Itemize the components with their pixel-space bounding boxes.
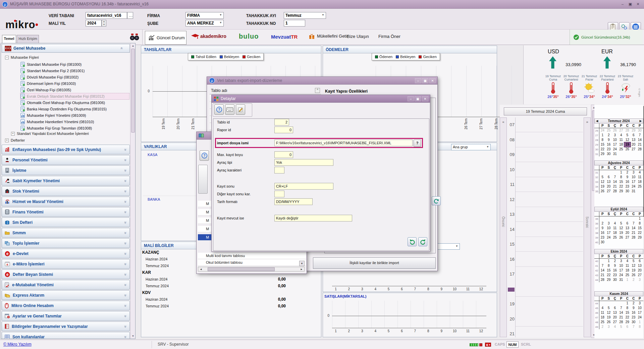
calendar-day[interactable]: 11 bbox=[637, 175, 643, 180]
calendar-day[interactable]: 25 bbox=[606, 128, 612, 133]
calendar-day[interactable]: 27 bbox=[637, 273, 643, 278]
tree-item-excel[interactable]: + Standart Yapıdaki Excel Muhasebe İşlem… bbox=[11, 132, 89, 136]
close-button[interactable]: ✕ bbox=[635, 2, 641, 7]
field-input[interactable]: Yok bbox=[274, 159, 333, 166]
tree-item[interactable]: Özel Mahsup Fişi (081005) bbox=[20, 87, 129, 93]
tree-item[interactable]: Banka Hesap Özetinden Fiş Oluşturma (081… bbox=[20, 106, 129, 112]
calendar-day[interactable]: 22 bbox=[606, 273, 612, 278]
calendar-day[interactable]: 29 bbox=[624, 320, 631, 325]
calendar-day[interactable]: 2 bbox=[599, 325, 606, 329]
calendar-day[interactable]: 10 bbox=[606, 226, 612, 231]
calendar-day[interactable]: 23 bbox=[599, 235, 606, 240]
close-button[interactable]: ✕ bbox=[429, 78, 436, 83]
calendar-day[interactable]: 26 bbox=[606, 320, 612, 325]
calendar-day[interactable]: 14 bbox=[599, 268, 606, 273]
calendar-day[interactable]: 22 bbox=[637, 231, 643, 235]
calendar-day[interactable]: 27 bbox=[631, 147, 637, 152]
calendar-day[interactable]: 29 bbox=[606, 278, 612, 282]
mali-yil-spinner[interactable]: ▲▼ bbox=[102, 20, 106, 27]
calendar-day[interactable]: 5 bbox=[606, 306, 612, 310]
calendar-day[interactable]: 25 bbox=[624, 273, 631, 278]
tree-item[interactable]: Dönemsel İşlem Fişi (081003) bbox=[20, 81, 129, 87]
calendar-day[interactable]: 23 bbox=[624, 184, 631, 189]
field-input[interactable]: 0 bbox=[274, 127, 293, 133]
calendar-day[interactable]: 24 bbox=[599, 128, 606, 133]
calendar-day[interactable]: 22 bbox=[599, 147, 606, 152]
calendar-day[interactable]: 22 bbox=[624, 315, 631, 320]
calendar-day[interactable]: 16 bbox=[624, 180, 631, 184]
calendar-day[interactable]: 23 bbox=[612, 273, 618, 278]
sidebar-section-13[interactable]: eDefter Beyan Sistemi» bbox=[2, 269, 130, 279]
calendar-day[interactable]: 29 bbox=[618, 189, 625, 194]
sidebar-scrollbar[interactable]: ▲ ▼ bbox=[130, 43, 135, 339]
calendar-day[interactable]: 29 bbox=[631, 128, 637, 133]
calendar-day[interactable]: 24 bbox=[618, 273, 625, 278]
calendar-day[interactable]: 14 bbox=[631, 226, 637, 231]
field-input[interactable]: 0 bbox=[274, 151, 293, 158]
sidebar-section-5[interactable]: Stok Yönetimi» bbox=[2, 186, 130, 196]
calendar-day[interactable]: 14 bbox=[612, 180, 618, 184]
calendar-day[interactable]: 11 bbox=[618, 138, 625, 142]
calendar-day[interactable]: 30 bbox=[624, 189, 631, 194]
calendar-day[interactable]: 26 bbox=[624, 147, 631, 152]
calendar-day[interactable]: 20 bbox=[624, 231, 631, 235]
calendar-day[interactable]: 3 bbox=[618, 259, 625, 263]
hour-label[interactable]: 21 bbox=[508, 331, 515, 336]
calendar-day[interactable]: 21 bbox=[599, 273, 606, 278]
calendar-day[interactable]: 2 bbox=[631, 278, 637, 282]
calendar-day[interactable]: 8 bbox=[637, 325, 643, 329]
calendar-day[interactable]: 2 bbox=[612, 259, 618, 263]
expand-icon[interactable]: + bbox=[11, 132, 15, 136]
tree-item[interactable]: Muhasebe Hareketleri Yönetimi (081010) bbox=[20, 119, 129, 125]
calendar-day[interactable]: 20 bbox=[606, 184, 612, 189]
calendar-day[interactable]: 6 bbox=[624, 221, 631, 226]
calendar-day[interactable]: 28 bbox=[612, 189, 618, 194]
calendar-day[interactable]: 21 bbox=[631, 231, 637, 235]
calendar-day[interactable]: 28 bbox=[624, 128, 631, 133]
veri-tabani-browse-button[interactable]: … bbox=[127, 12, 133, 19]
minimize-button[interactable]: – bbox=[619, 2, 626, 7]
calendar-day[interactable]: 13 bbox=[631, 138, 637, 142]
calendar-day[interactable]: 31 bbox=[618, 278, 625, 282]
tree-item[interactable]: Otomatik Özel Mahsup Fişi Oluşturma (081… bbox=[20, 100, 129, 106]
apply-button[interactable] bbox=[418, 237, 427, 246]
calendar-day[interactable]: 1 bbox=[618, 170, 625, 175]
table-list-row[interactable]: Okul bölümleri tablosu bbox=[198, 259, 306, 266]
calendar-day[interactable]: 3 bbox=[637, 278, 643, 282]
tab-hizli-erisim[interactable]: Hızlı Erişim bbox=[17, 35, 39, 43]
hour-label[interactable]: 08 bbox=[508, 137, 515, 142]
calendar-day[interactable]: 14 bbox=[618, 310, 625, 315]
calendar-day[interactable]: 18 bbox=[624, 268, 631, 273]
calendar-day[interactable]: 4 bbox=[637, 170, 643, 175]
calendar-day[interactable]: 15 bbox=[624, 310, 631, 315]
sidebar-section-1[interactable]: Enflasyon Muhasebesi (Ias-29 ve Spk Uyum… bbox=[2, 145, 130, 154]
calendar-day[interactable]: 7 bbox=[618, 306, 625, 310]
sidebar-section-18[interactable]: Bildirgeler Beyannameler ve Yazışmalar» bbox=[2, 321, 130, 331]
maximize-button[interactable]: ▣ bbox=[422, 78, 428, 83]
calendar-day[interactable]: 16 bbox=[606, 142, 612, 147]
sube-select[interactable]: ANA MERKEZ▼ bbox=[185, 20, 224, 27]
hour-label[interactable]: 10 bbox=[508, 167, 515, 172]
iliskili-import-button[interactable]: İlişkili kayıtlar ile birlikte import bbox=[313, 257, 436, 269]
sidebar-section-11[interactable]: ee-Devlet» bbox=[2, 249, 130, 258]
calendar-day[interactable]: 23 bbox=[631, 315, 637, 320]
calendar-day[interactable]: 27 bbox=[618, 128, 625, 133]
hour-label[interactable]: 20 bbox=[508, 316, 515, 321]
ana-grup-select[interactable]: Ana grup▼ bbox=[451, 144, 491, 150]
field-input[interactable]: CR+LF bbox=[274, 183, 333, 190]
calendar-day[interactable]: 17 bbox=[637, 310, 643, 315]
calendar-day[interactable]: 6 bbox=[637, 259, 643, 263]
mukellefini-getir-button[interactable]: Mükellefini Getir bbox=[309, 33, 348, 39]
calendar-day[interactable]: 5 bbox=[618, 221, 625, 226]
calendar-day[interactable]: 11 bbox=[612, 226, 618, 231]
calendar-day[interactable]: 7 bbox=[631, 325, 637, 329]
calendar-day[interactable]: 10 bbox=[631, 175, 637, 180]
table-list-row[interactable]: Multi kod tanımı tablosu bbox=[198, 253, 306, 259]
mevzuattr-link[interactable]: MevzuatTR bbox=[271, 34, 298, 40]
calendar-day[interactable]: 3 bbox=[606, 221, 612, 226]
calendar-day[interactable]: 25 bbox=[637, 184, 643, 189]
horizontal-scrollbar[interactable]: ◄ ► bbox=[198, 267, 305, 271]
sidebar-section-2[interactable]: Personel Yönetimi» bbox=[2, 155, 130, 165]
akademikro-link[interactable]: akademikro bbox=[191, 34, 226, 39]
tree-item[interactable]: Muhasebe Fişi Grup Tanımları (081008) bbox=[20, 125, 129, 131]
